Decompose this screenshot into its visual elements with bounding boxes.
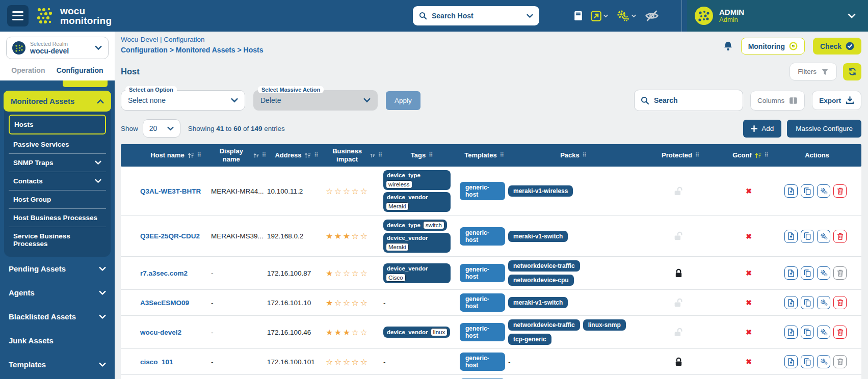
clone-host-button[interactable] (801, 230, 814, 243)
host-search-dropdown[interactable]: Search Host (413, 6, 539, 25)
drag-handle-icon[interactable]: ⠿ (695, 152, 699, 159)
column-header-gconf[interactable]: Gconf ⠿ (722, 151, 778, 159)
configure-host-button[interactable] (817, 355, 830, 368)
trash-icon (837, 269, 844, 277)
clone-host-button[interactable] (801, 355, 814, 368)
drag-handle-icon[interactable]: ⠿ (429, 152, 432, 159)
notifications-button[interactable] (723, 41, 733, 51)
host-name-link[interactable]: wocu-devel2 (140, 329, 181, 336)
sidebar-item-contacts[interactable]: Contacts (9, 172, 106, 191)
sidebar-group-junk-assets[interactable]: Junk Assets (4, 329, 111, 353)
delete-host-button[interactable] (833, 296, 847, 309)
delete-host-button[interactable] (833, 326, 847, 339)
hide-view-button[interactable] (644, 9, 660, 22)
monitoring-button[interactable]: Monitoring (741, 38, 805, 55)
sidebar-item-snmp-traps[interactable]: SNMP Traps (9, 154, 106, 172)
drag-handle-icon[interactable]: ⠿ (314, 152, 318, 159)
massive-configure-button[interactable]: Massive Configure (787, 120, 861, 138)
export-button[interactable]: Export (812, 91, 861, 110)
export-host-button[interactable] (784, 184, 798, 198)
user-menu[interactable]: ADMIN Admin (687, 0, 868, 32)
export-host-button[interactable] (784, 355, 798, 368)
export-host-button[interactable] (784, 326, 798, 339)
drag-handle-icon[interactable]: ⠿ (378, 152, 382, 159)
export-host-button[interactable] (784, 266, 798, 280)
host-name-link[interactable]: Q3EE-25QR-CDU2 (140, 232, 200, 240)
configure-host-button[interactable] (817, 184, 830, 198)
sort-icon[interactable] (304, 153, 311, 158)
configure-host-button[interactable] (817, 266, 830, 280)
filters-button[interactable]: Filters (790, 63, 837, 80)
clone-host-button[interactable] (801, 296, 814, 309)
column-header-host-name[interactable]: Host name ⠿ (140, 151, 211, 159)
columns-button[interactable]: Columns (750, 91, 805, 111)
clone-host-button[interactable] (801, 326, 814, 339)
sidebar-item-hosts[interactable]: Hosts (9, 115, 106, 134)
table-search[interactable] (634, 90, 743, 111)
tag-key: device_type (386, 172, 422, 179)
gconf-x-icon: ✖ (746, 328, 752, 336)
massive-action-select[interactable]: Select Massive Action Delete (253, 90, 378, 111)
host-name-link[interactable]: r7.a3sec.com2 (140, 269, 188, 277)
refresh-button[interactable] (843, 63, 861, 80)
sort-icon[interactable] (755, 153, 761, 158)
sidebar-group-blacklisted-assets[interactable]: Blacklisted Assets (4, 305, 111, 329)
sidebar-item-passive-services[interactable]: Passive Services (9, 136, 106, 154)
export-host-button[interactable] (784, 296, 798, 309)
tab-configuration[interactable]: Configuration (57, 66, 103, 74)
protected-cell (638, 357, 722, 367)
tab-operation[interactable]: Operation (11, 66, 45, 74)
sidebar-item-host-group[interactable]: Host Group (9, 191, 106, 209)
configure-gears-icon (820, 269, 828, 277)
chevron-down-icon (95, 45, 102, 50)
monitoring-eye-icon (789, 42, 798, 50)
host-name-link[interactable]: cisco_101 (140, 358, 173, 366)
docs-button[interactable] (574, 11, 583, 21)
sort-icon[interactable] (253, 153, 259, 158)
eye-off-icon (644, 9, 660, 22)
sidebar-group-agents[interactable]: Agents (4, 281, 111, 305)
export-host-button[interactable] (784, 230, 798, 243)
apply-button[interactable]: Apply (386, 91, 420, 110)
page-size-select[interactable]: 20 (143, 119, 180, 138)
drag-handle-icon[interactable]: ⠿ (583, 152, 586, 159)
configure-host-button[interactable] (817, 326, 830, 339)
sort-icon[interactable] (188, 153, 194, 158)
settings-menu[interactable] (616, 10, 636, 22)
sidebar-group-templates[interactable]: Templates (4, 353, 111, 376)
empty-value: - (508, 358, 511, 366)
sidebar-item-host-business-processes[interactable]: Host Business Processes (9, 209, 106, 227)
check-button[interactable]: Check (813, 38, 861, 55)
configure-host-button[interactable] (817, 296, 830, 309)
realm-selector[interactable]: Selected Realm wocu-devel (6, 37, 109, 59)
sidebar-group-monitored-assets[interactable]: Monitored Assets (4, 91, 111, 112)
option-select[interactable]: Select an Option Select none (121, 90, 245, 111)
drag-handle-icon[interactable]: ⠿ (262, 152, 266, 159)
column-header-address[interactable]: Address ⠿ (267, 151, 326, 159)
column-header-display-name[interactable]: Display name ⠿ (211, 147, 267, 164)
clone-host-button[interactable] (801, 184, 814, 198)
delete-host-button[interactable] (833, 230, 847, 243)
drag-handle-icon[interactable]: ⠿ (765, 152, 768, 159)
drag-handle-icon[interactable]: ⠿ (197, 152, 201, 159)
delete-host-button[interactable] (833, 355, 847, 368)
tag-pill: device_typewireless (383, 170, 451, 190)
drag-handle-icon[interactable]: ⠿ (500, 152, 504, 159)
delete-host-button[interactable] (833, 266, 847, 280)
delete-host-button[interactable] (833, 184, 847, 198)
host-name-link[interactable]: Q3AL-WE3T-BHTR (140, 187, 201, 195)
external-link-menu[interactable] (591, 11, 608, 21)
column-header-business-impact[interactable]: Business impact ⠿ (326, 147, 383, 164)
menu-button[interactable] (7, 5, 29, 26)
configure-host-button[interactable] (817, 230, 830, 243)
sidebar-group-pending-assets[interactable]: Pending Assets (4, 257, 111, 281)
add-host-button[interactable]: Add (743, 120, 781, 138)
clone-icon (804, 269, 811, 277)
host-name-link[interactable]: A3SecESMO09 (140, 299, 189, 307)
table-search-input[interactable] (654, 96, 720, 104)
protected-cell (638, 231, 722, 241)
sidebar-item-service-business-processes[interactable]: Service Business Processes (9, 227, 106, 253)
sort-icon[interactable] (370, 153, 375, 158)
clone-host-button[interactable] (801, 266, 814, 280)
column-header-label: Protected (662, 151, 692, 159)
